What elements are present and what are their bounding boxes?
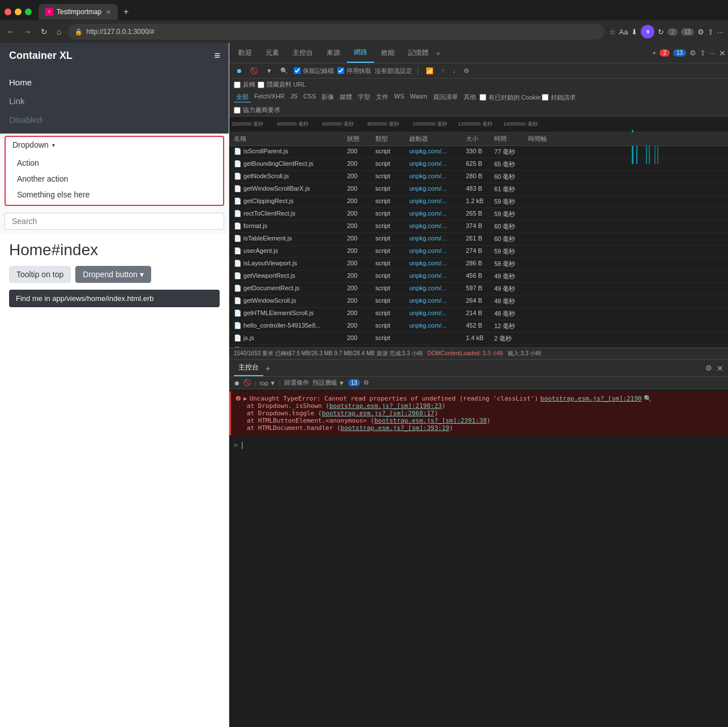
devtools-settings-icon[interactable]: ⚙ (690, 49, 696, 57)
cell-initiator[interactable]: unpkg.com/... (407, 308, 464, 319)
invert-checkbox[interactable] (234, 81, 241, 88)
table-row[interactable]: 📄 js.js 200 script 1.4 kB 2 毫秒 (229, 333, 728, 345)
console-settings-icon[interactable]: ⚙ (705, 364, 712, 372)
download-icon[interactable]: ↓ (451, 66, 459, 75)
devtools-tab-memory[interactable]: 記憶體 (401, 43, 435, 63)
bookmark-icon[interactable]: ☆ (609, 28, 616, 36)
table-row[interactable]: 📄 getWindowScroll.js 200 script unpkg.co… (229, 295, 728, 308)
tab-close-button[interactable]: ✕ (106, 8, 111, 16)
filter-fetch[interactable]: Fetch/XHR (252, 92, 287, 102)
dropdown-item-another[interactable]: Another action (6, 171, 223, 187)
hide-data-checkbox[interactable] (258, 81, 264, 88)
table-row[interactable]: 📄 hello_controller-549135e8... 200 scrip… (229, 320, 728, 333)
console-tab-main[interactable]: 主控台 (234, 360, 263, 376)
error-link-1[interactable]: bootstrap.esm.js?_[sm]:2190:23 (329, 402, 442, 410)
preserve-log-checkbox[interactable] (294, 67, 301, 74)
cell-initiator[interactable]: unpkg.com/... (407, 171, 464, 182)
cell-initiator[interactable]: unpkg.com/... (407, 147, 464, 157)
download-icon[interactable]: ⬇ (631, 28, 637, 36)
dropdown-item-action[interactable]: Action (6, 155, 223, 171)
more-icon[interactable]: ··· (717, 28, 723, 36)
console-clear-button[interactable]: 🚫 (243, 379, 251, 386)
browser-tab[interactable]: T TestImportmap ✕ (38, 4, 118, 20)
filter-other[interactable]: 其他 (461, 92, 478, 102)
filter-media[interactable]: 媒體 (337, 92, 354, 102)
record-button[interactable]: ⏺ (234, 66, 245, 75)
cell-initiator[interactable]: unpkg.com/... (407, 184, 464, 195)
devtools-add-icon[interactable]: + (652, 49, 657, 57)
home-button[interactable]: ⌂ (54, 25, 63, 38)
filter-wasm[interactable]: Wasm (408, 92, 430, 102)
cell-initiator[interactable]: unpkg.com/... (407, 234, 464, 244)
dropdown-item-something[interactable]: Something else here (6, 187, 223, 203)
share-icon[interactable]: ⇪ (708, 28, 714, 36)
filter-ws[interactable]: WS (392, 92, 406, 102)
cell-initiator[interactable]: unpkg.com/... (407, 271, 464, 282)
refresh-icon2[interactable]: ↻ (658, 28, 664, 36)
wifi-icon[interactable]: 📶 (423, 66, 436, 76)
minimize-dot[interactable] (15, 8, 22, 15)
table-row[interactable]: 📄 isLayoutViewport.js 200 script unpkg.c… (229, 258, 728, 270)
console-cursor[interactable]: | (240, 441, 244, 449)
table-row[interactable]: 📄 getViewportRect.js 200 script unpkg.co… (229, 270, 728, 283)
refresh-button[interactable]: ↻ (38, 25, 50, 38)
network-settings-icon[interactable]: ⚙ (461, 66, 472, 76)
table-row[interactable]: 📄 rectToClientRect.js 200 script unpkg.c… (229, 208, 728, 221)
filter-dropdown-button[interactable]: ▼ (264, 66, 275, 75)
devtools-close-button[interactable]: ✕ (719, 49, 726, 58)
upload-icon[interactable]: ↑ (439, 66, 447, 75)
cell-initiator[interactable]: unpkg.com/... (407, 246, 464, 257)
disable-cache-checkbox[interactable] (337, 67, 344, 74)
devtools-more-icon[interactable]: » (436, 50, 440, 57)
console-record-button[interactable]: ⏺ (234, 380, 240, 386)
table-row[interactable]: 📄 userAgent.js 200 script unpkg.com/... … (229, 246, 728, 258)
devtools-tab-performance[interactable]: 效能 (374, 43, 401, 63)
cell-initiator[interactable]: unpkg.com/... (407, 196, 464, 207)
network-table[interactable]: 名稱 狀態 類型 啟動器 大小 時間 時間軸 📄 isScrollParent.… (229, 132, 728, 347)
maximize-dot[interactable] (25, 8, 32, 15)
cell-initiator[interactable]: unpkg.com/... (407, 159, 464, 170)
devtools-tab-sources[interactable]: 來源 (320, 43, 347, 63)
error-link-4[interactable]: bootstrap.esm.js?_[sm]:393:19 (341, 424, 449, 432)
search-filter-button[interactable]: 🔍 (278, 66, 290, 76)
cell-initiator[interactable]: unpkg.com/... (407, 283, 464, 294)
dropdown-toggle[interactable]: Dropdown ▾ (6, 137, 223, 153)
console-filter-dropdown[interactable]: top ▼ (260, 380, 276, 386)
filter-js[interactable]: JS (288, 92, 300, 102)
table-row[interactable]: 📄 format.js 200 script unpkg.com/... 374… (229, 221, 728, 233)
cell-initiator[interactable]: unpkg.com/... (407, 259, 464, 269)
search-input[interactable] (5, 213, 224, 230)
settings-icon[interactable]: ⚙ (697, 28, 704, 36)
new-tab-button[interactable]: + (120, 7, 132, 17)
error-link-3[interactable]: bootstrap.esm.js?_[sm]:2391:38 (374, 417, 487, 424)
hamburger-button[interactable]: ≡ (214, 50, 220, 62)
console-plus-button[interactable]: + (265, 364, 270, 373)
error-search-icon[interactable]: 🔍 (644, 395, 652, 402)
devtools-tab-elements[interactable]: 元素 (259, 43, 286, 63)
filter-css[interactable]: CSS (301, 92, 319, 102)
console-condition-button[interactable]: 篩選條件 (284, 378, 309, 387)
error-link-2[interactable]: bootstrap.esm.js?_[sm]:2060:17 (322, 410, 434, 417)
devtools-tab-console[interactable]: 主控台 (286, 43, 320, 63)
dropend-button[interactable]: Dropend button ▾ (75, 266, 151, 283)
blocked-req-checkbox[interactable] (542, 94, 549, 101)
filter-img[interactable]: 影像 (319, 92, 336, 102)
forward-button[interactable]: → (22, 25, 34, 38)
translate-icon[interactable]: Aa (619, 28, 628, 36)
devtools-share-icon[interactable]: ⇪ (700, 49, 706, 57)
filter-all[interactable]: 全部 (234, 92, 251, 102)
console-settings-btn[interactable]: ⚙ (363, 379, 369, 386)
filter-font[interactable]: 字型 (356, 92, 372, 102)
blocked-cookie-checkbox[interactable] (479, 94, 486, 101)
cell-initiator[interactable]: unpkg.com/... (407, 296, 464, 307)
sidebar-item-home[interactable]: Home (0, 73, 229, 92)
console-close-button[interactable]: ✕ (717, 364, 723, 373)
table-row[interactable]: 📄 isTableElement.js 200 script unpkg.com… (229, 233, 728, 246)
devtools-tab-network[interactable]: 網路 (347, 43, 374, 63)
table-row[interactable]: 📄 getDocumentRect.js 200 script unpkg.co… (229, 283, 728, 295)
cell-initiator[interactable] (407, 333, 464, 344)
third-party-checkbox[interactable] (234, 107, 241, 114)
back-button[interactable]: ← (5, 25, 17, 38)
close-dot[interactable] (5, 8, 11, 15)
error-file-link[interactable]: bootstrap.esm.js?_[sm]:2190 (541, 395, 642, 402)
